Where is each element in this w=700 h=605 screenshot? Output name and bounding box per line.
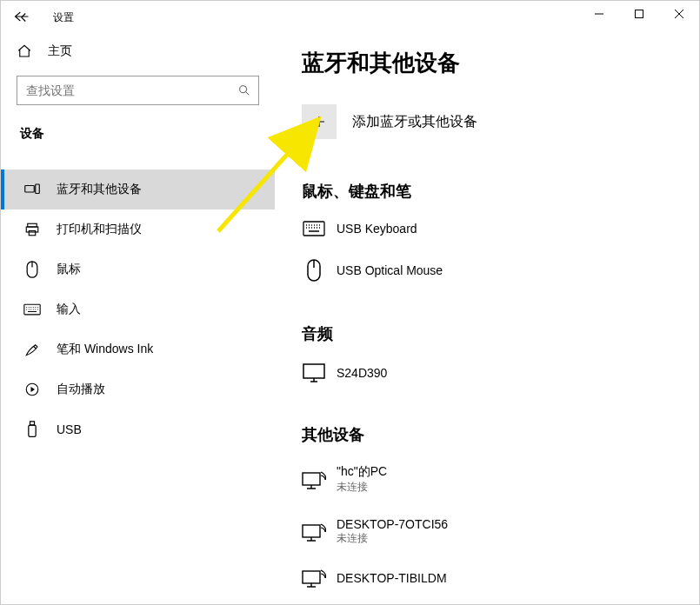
sidebar-section-header: 设备 bbox=[1, 121, 275, 147]
device-name: DESKTOP-7OTCI56 bbox=[337, 517, 448, 531]
nav-item-label: 输入 bbox=[57, 302, 81, 317]
keyboard-device-icon bbox=[302, 221, 326, 236]
device-name: DESKTOP-TIBILDM bbox=[337, 571, 447, 585]
maximize-button[interactable] bbox=[619, 1, 659, 27]
device-row[interactable]: DESKTOP-7OTCI56 未连接 bbox=[302, 512, 673, 563]
device-row[interactable]: USB Keyboard bbox=[302, 216, 673, 254]
nav-item-label: 鼠标 bbox=[57, 262, 81, 277]
home-button[interactable]: 主页 bbox=[1, 34, 275, 69]
nav-bluetooth-devices[interactable]: 蓝牙和其他设备 bbox=[1, 170, 275, 209]
home-icon bbox=[17, 43, 32, 59]
add-tile bbox=[302, 104, 337, 139]
device-name: USB Keyboard bbox=[337, 222, 417, 236]
search-input[interactable] bbox=[26, 83, 237, 97]
devices-icon bbox=[23, 183, 41, 196]
nav-list: 蓝牙和其他设备 打印机和扫描仪 鼠标 输入 笔和 Windows Ink 自动播 bbox=[1, 170, 275, 449]
svg-rect-3 bbox=[36, 184, 40, 194]
section-heading: 其他设备 bbox=[302, 424, 673, 445]
nav-typing[interactable]: 输入 bbox=[1, 289, 275, 329]
device-status: 未连接 bbox=[337, 531, 448, 546]
add-device-button[interactable]: 添加蓝牙或其他设备 bbox=[302, 104, 673, 139]
sidebar: 主页 设备 蓝牙和其他设备 打印机和扫描仪 鼠标 输入 bbox=[1, 32, 276, 604]
svg-rect-2 bbox=[25, 186, 35, 193]
minimize-icon bbox=[595, 10, 603, 18]
pc-wireless-icon bbox=[302, 522, 326, 542]
nav-item-label: 自动播放 bbox=[57, 382, 105, 397]
back-button[interactable] bbox=[13, 7, 34, 28]
search-box[interactable] bbox=[17, 76, 259, 105]
device-name: "hc"的PC bbox=[337, 464, 387, 480]
section-heading: 鼠标、键盘和笔 bbox=[302, 181, 673, 202]
device-row[interactable]: S24D390 bbox=[302, 358, 673, 400]
keyboard-icon bbox=[23, 303, 41, 316]
nav-mouse[interactable]: 鼠标 bbox=[1, 249, 275, 289]
close-icon bbox=[675, 10, 683, 18]
plus-icon bbox=[311, 114, 327, 130]
mouse-icon bbox=[23, 261, 41, 278]
add-device-label: 添加蓝牙或其他设备 bbox=[352, 113, 477, 131]
svg-rect-5 bbox=[26, 227, 38, 232]
pc-wireless-icon bbox=[302, 568, 326, 588]
pc-wireless-icon bbox=[302, 470, 326, 489]
printer-icon bbox=[23, 222, 41, 237]
nav-autoplay[interactable]: 自动播放 bbox=[1, 369, 275, 409]
search-icon bbox=[237, 83, 251, 97]
window-controls bbox=[579, 1, 699, 27]
svg-rect-17 bbox=[303, 473, 320, 485]
nav-item-label: 蓝牙和其他设备 bbox=[57, 182, 142, 197]
device-row[interactable]: DESKTOP-TIBILDM bbox=[302, 563, 673, 604]
maximize-icon bbox=[635, 10, 643, 18]
device-name: S24D390 bbox=[337, 366, 387, 380]
content: 主页 设备 蓝牙和其他设备 打印机和扫描仪 鼠标 输入 bbox=[1, 32, 699, 604]
svg-rect-18 bbox=[303, 525, 320, 537]
svg-rect-0 bbox=[636, 10, 643, 18]
nav-printers[interactable]: 打印机和扫描仪 bbox=[1, 209, 275, 249]
device-status: 未连接 bbox=[337, 480, 387, 495]
close-button[interactable] bbox=[659, 1, 699, 27]
minimize-button[interactable] bbox=[579, 1, 619, 27]
svg-rect-13 bbox=[303, 222, 324, 236]
device-row[interactable]: USB Optical Mouse bbox=[302, 254, 673, 299]
autoplay-icon bbox=[23, 382, 41, 397]
device-name: USB Optical Mouse bbox=[337, 263, 443, 277]
svg-rect-6 bbox=[29, 231, 36, 236]
usb-icon bbox=[23, 421, 41, 438]
nav-item-label: 打印机和扫描仪 bbox=[57, 222, 142, 237]
svg-rect-16 bbox=[303, 364, 324, 378]
nav-pen[interactable]: 笔和 Windows Ink bbox=[1, 329, 275, 369]
nav-usb[interactable]: USB bbox=[1, 409, 275, 449]
nav-item-label: 笔和 Windows Ink bbox=[57, 342, 153, 357]
titlebar: 设置 bbox=[1, 1, 699, 32]
monitor-icon bbox=[302, 363, 326, 382]
page-title: 蓝牙和其他设备 bbox=[302, 48, 673, 78]
svg-rect-19 bbox=[303, 571, 320, 583]
svg-point-1 bbox=[240, 86, 247, 93]
main: 蓝牙和其他设备 添加蓝牙或其他设备 鼠标、键盘和笔 USB Keyboard U… bbox=[276, 32, 699, 604]
svg-rect-12 bbox=[29, 425, 36, 436]
home-label: 主页 bbox=[48, 43, 72, 59]
pen-icon bbox=[23, 342, 41, 357]
window-title: 设置 bbox=[53, 10, 74, 25]
nav-item-label: USB bbox=[57, 422, 82, 436]
mouse-device-icon bbox=[302, 259, 326, 282]
device-row[interactable]: "hc"的PC 未连接 bbox=[302, 459, 673, 512]
section-heading: 音频 bbox=[302, 323, 673, 344]
